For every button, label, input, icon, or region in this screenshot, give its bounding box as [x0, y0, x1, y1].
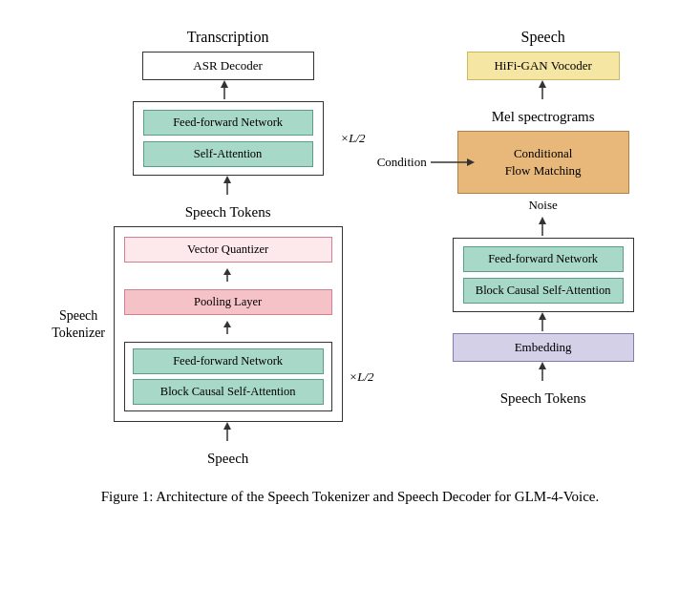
- arrow-transformer-to-cfm: [538, 217, 549, 238]
- arrow-pooling: [223, 321, 234, 336]
- svg-marker-5: [223, 268, 231, 275]
- ffn-box-right: Feed-forward Network: [463, 246, 624, 272]
- svg-marker-19: [539, 362, 546, 369]
- ffn-box-tokenizer: Feed-forward Network: [133, 348, 324, 374]
- hifigan-box: HiFi-GAN Vocoder: [467, 52, 620, 80]
- condition-arrow: Condition: [377, 154, 478, 171]
- embedding-box: Embedding: [453, 333, 634, 362]
- mel-label: Mel spectrograms: [492, 109, 595, 125]
- bcsa-box-right: Block Causal Self-Attention: [463, 278, 624, 304]
- svg-marker-13: [467, 158, 475, 166]
- noise-label: Noise: [528, 198, 557, 213]
- cfm-text: Conditional Flow Matching: [505, 146, 582, 178]
- vector-quantizer-box: Vector Quantizer: [124, 237, 332, 263]
- right-side: Speech HiFi-GAN Vocoder Mel spectrograms…: [412, 29, 675, 407]
- svg-marker-15: [539, 217, 546, 224]
- self-attention-box: Self-Attention: [143, 141, 313, 167]
- arrow-vq: [223, 268, 234, 284]
- speech-tokenizer-box: Speech Tokenizer Vector Quantizer Poolin…: [114, 226, 343, 422]
- arrow-speech-to-tokenizer: [223, 422, 234, 443]
- bcsa-box-left: Block Causal Self-Attention: [133, 379, 324, 405]
- cfm-box: Conditional Flow Matching Condition: [457, 131, 629, 194]
- top-transformer-group: Feed-forward Network Self-Attention ×L/2: [133, 101, 324, 176]
- svg-marker-7: [223, 321, 231, 327]
- inner-transformer-group: Feed-forward Network Block Causal Self-A…: [124, 342, 332, 411]
- svg-marker-11: [539, 80, 546, 88]
- diagram-container: Transcription ASR Decoder Feed-forward N…: [26, 19, 675, 467]
- speech-tokens-label-right: Speech Tokens: [500, 390, 586, 407]
- condition-label: Condition: [377, 154, 427, 171]
- caption-text: Figure 1: Architecture of the Speech Tok…: [101, 489, 600, 504]
- svg-marker-1: [221, 80, 228, 88]
- svg-marker-17: [539, 312, 546, 320]
- transcription-label: Transcription: [187, 29, 269, 46]
- asr-decoder-box: ASR Decoder: [142, 52, 314, 80]
- arrow-embedding-to-transformer: [538, 312, 549, 333]
- speech-label-left: Speech: [207, 451, 248, 467]
- ffn-box-top: Feed-forward Network: [143, 110, 313, 136]
- right-transformer-group: Feed-forward Network Block Causal Self-A…: [453, 238, 634, 312]
- pooling-layer-box: Pooling Layer: [124, 289, 332, 315]
- x-label-top: ×L/2: [341, 131, 366, 146]
- svg-marker-9: [223, 422, 231, 430]
- arrow-asr-to-transformer: [227, 80, 229, 101]
- arrow-mel-to-hifigan: [538, 80, 549, 101]
- left-side: Transcription ASR Decoder Feed-forward N…: [83, 29, 373, 467]
- svg-marker-3: [223, 176, 231, 183]
- figure-caption: Figure 1: Architecture of the Speech Tok…: [101, 486, 600, 508]
- speech-label-right-top: Speech: [521, 29, 565, 46]
- arrow-tokens-to-embedding: [538, 362, 549, 383]
- arrow-transformer-to-tokens: [223, 176, 234, 197]
- x-label-bottom: ×L/2: [350, 369, 374, 385]
- speech-tokenizer-label: Speech Tokenizer: [48, 306, 110, 341]
- speech-tokens-label-left: Speech Tokens: [185, 204, 271, 221]
